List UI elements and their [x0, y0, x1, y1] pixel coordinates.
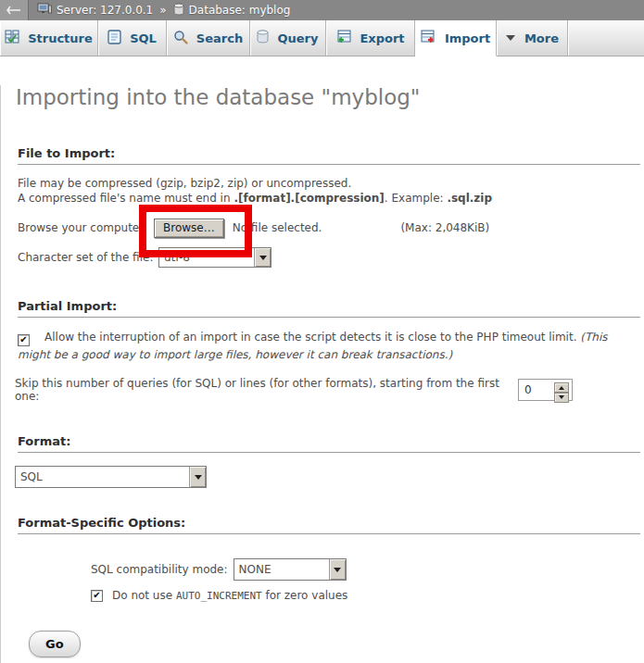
page-title: Importing into the database "myblog" — [16, 85, 644, 109]
file-help-line1: File may be compressed (gzip, bzip2, zip… — [18, 177, 351, 190]
format-heading: Format: — [18, 434, 640, 453]
browse-row: Browse your computer: Browse… No file se… — [18, 218, 627, 238]
dropdown-arrow-icon — [195, 475, 202, 483]
charset-row: Character set of the file: utf-8 — [18, 247, 627, 268]
tab-search[interactable]: Search — [167, 20, 250, 56]
allow-interrupt-checkbox[interactable] — [18, 334, 30, 346]
charset-selected-value: utf-8 — [159, 248, 254, 267]
export-icon — [335, 30, 351, 47]
search-icon — [173, 30, 188, 47]
spinner-down-button[interactable] — [554, 393, 569, 403]
tab-export-label: Export — [360, 31, 404, 45]
skip-queries-row: Skip this number of queries (for SQL) or… — [15, 379, 627, 401]
sql-compatibility-label: SQL compatibility mode: — [91, 563, 228, 576]
tabbar-filler — [568, 20, 644, 56]
breadcrumb-separator: » — [159, 4, 166, 17]
file-help-line2: A compressed file's name must end in .[f… — [18, 192, 492, 205]
charset-select-arrow[interactable] — [254, 248, 271, 267]
tab-sql-label: SQL — [130, 31, 157, 45]
tab-import-label: Import — [445, 31, 490, 45]
tab-search-label: Search — [196, 31, 243, 45]
query-icon — [257, 30, 269, 46]
phpmyadmin-import-page: Server: 127.0.0.1 » Database: myblog — [0, 0, 644, 663]
tab-more-label: More — [524, 31, 559, 45]
skip-queries-spinner — [518, 379, 573, 401]
auto-increment-label: Do not use AUTO_INCREMENT for zero value… — [112, 589, 347, 602]
tab-import[interactable]: Import — [415, 20, 497, 56]
skip-queries-label: Skip this number of queries (for SQL) or… — [15, 377, 518, 403]
breadcrumb-server-link[interactable]: Server: 127.0.0.1 — [57, 4, 153, 17]
tab-export[interactable]: Export — [326, 20, 415, 56]
tab-sql[interactable]: SQL — [98, 20, 167, 56]
breadcrumb-bar: Server: 127.0.0.1 » Database: myblog — [0, 0, 644, 20]
import-content: Importing into the database "myblog" Fil… — [0, 85, 644, 663]
file-to-import-heading: File to Import: — [18, 146, 640, 165]
sql-icon — [107, 30, 121, 47]
browse-button[interactable]: Browse… — [154, 219, 224, 238]
spinner-buttons — [554, 382, 569, 397]
format-select[interactable]: SQL — [15, 466, 207, 488]
browse-label: Browse your computer: — [18, 221, 154, 234]
breadcrumb: Server: 127.0.0.1 » Database: myblog — [37, 3, 290, 19]
allow-interrupt-label: Allow the interruption of an import in c… — [18, 331, 608, 361]
spinner-down-icon — [559, 395, 564, 402]
charset-select[interactable]: utf-8 — [158, 247, 271, 268]
auto-increment-row: Do not use AUTO_INCREMENT for zero value… — [91, 589, 627, 602]
no-file-selected-text: No file selected. — [233, 221, 322, 234]
structure-icon — [5, 30, 19, 47]
dropdown-arrow-icon — [259, 256, 267, 264]
back-button[interactable] — [0, 0, 29, 20]
back-arrow-icon — [6, 4, 21, 18]
database-icon — [173, 3, 184, 19]
server-icon — [37, 3, 52, 19]
tab-more[interactable]: More — [497, 20, 568, 56]
skip-queries-input[interactable] — [522, 383, 546, 396]
format-specific-options-heading: Format-Specific Options: — [18, 516, 640, 534]
import-icon — [421, 30, 436, 47]
format-select-arrow[interactable] — [189, 467, 206, 487]
chevron-down-icon — [505, 31, 516, 44]
tab-bar: Structure SQL Search — [0, 20, 644, 56]
breadcrumb-database-link[interactable]: Database: myblog — [189, 4, 291, 17]
sql-compatibility-select[interactable]: NONE — [234, 558, 347, 581]
sql-compatibility-select-arrow[interactable] — [329, 559, 346, 580]
format-selected-value: SQL — [16, 467, 189, 487]
go-button[interactable]: Go — [29, 631, 81, 657]
tab-structure-label: Structure — [28, 31, 93, 45]
tab-query[interactable]: Query — [250, 20, 326, 56]
charset-label: Character set of the file: — [18, 251, 158, 264]
spinner-up-icon — [559, 383, 564, 390]
dropdown-arrow-icon — [334, 568, 341, 576]
sql-compatibility-selected-value: NONE — [234, 559, 329, 580]
allow-interrupt-row: Allow the interruption of an import in c… — [18, 329, 627, 364]
format-select-row: SQL — [15, 466, 627, 488]
tab-structure[interactable]: Structure — [0, 20, 98, 56]
tab-query-label: Query — [277, 31, 318, 45]
spinner-up-button[interactable] — [554, 382, 569, 393]
partial-import-heading: Partial Import: — [18, 299, 640, 318]
max-upload-size: (Max: 2,048KiB) — [400, 221, 489, 234]
sql-compatibility-row: SQL compatibility mode: NONE — [91, 558, 627, 581]
file-help-text: File may be compressed (gzip, bzip2, zip… — [18, 176, 627, 206]
auto-increment-checkbox[interactable] — [91, 590, 103, 602]
